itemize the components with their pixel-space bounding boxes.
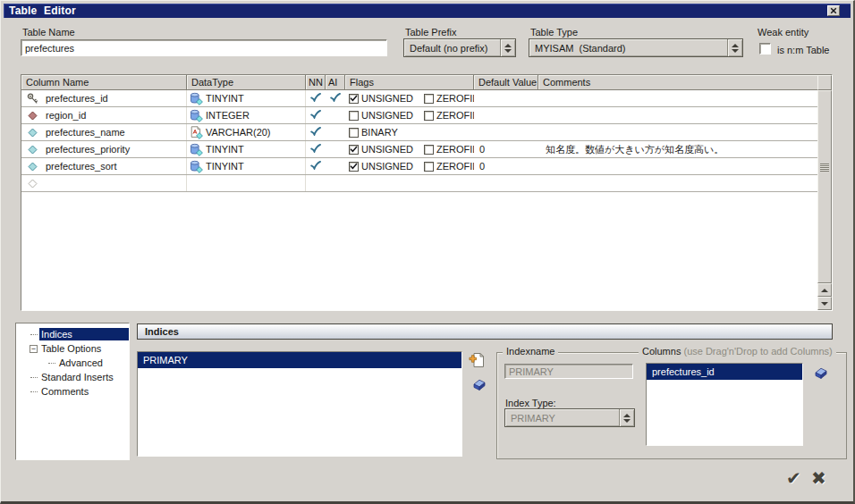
nn-cell[interactable] <box>306 158 326 174</box>
flag-label: ZEROFILL <box>436 93 474 104</box>
datatype-cell[interactable]: TINYINT <box>187 141 306 157</box>
unsigned-flag: UNSIGNED <box>349 93 424 104</box>
header-nn[interactable]: NN <box>306 75 326 90</box>
column-name-cell[interactable]: prefectures_priority <box>21 141 187 157</box>
comment-cell[interactable] <box>538 90 817 106</box>
columns-grid: Column Name DataType NN AI Flags Default… <box>21 74 833 311</box>
spinner-icon[interactable] <box>619 409 634 426</box>
column-name-cell[interactable]: prefectures_id <box>21 90 187 106</box>
delete-index-button[interactable] <box>469 375 487 393</box>
header-comments[interactable]: Comments <box>538 75 817 90</box>
table-row[interactable]: prefectures_idTINYINTUNSIGNEDZEROFILL <box>21 90 817 107</box>
tree-item-advanced[interactable]: Advanced <box>16 356 129 370</box>
datatype-cell[interactable]: INTEGER <box>187 107 306 123</box>
ai-cell[interactable] <box>326 175 345 191</box>
ai-cell[interactable] <box>326 90 345 106</box>
spinner-icon[interactable] <box>727 39 742 56</box>
is-nm-table-checkbox[interactable] <box>759 43 771 55</box>
unsigned-checkbox[interactable] <box>349 94 359 104</box>
ai-cell[interactable] <box>326 107 345 123</box>
default-value-cell[interactable]: 0 <box>474 158 538 174</box>
nn-cell[interactable] <box>306 90 326 106</box>
comment-cell[interactable] <box>538 175 817 191</box>
comment-cell[interactable] <box>538 158 817 174</box>
default-value-cell[interactable] <box>474 175 538 191</box>
comment-cell[interactable]: 知名度。数値が大きい方が知名度高い。 <box>538 141 817 157</box>
datatype-cell[interactable]: TINYINT <box>187 90 306 106</box>
index-detail-group: Indexname Columns (use Drag'n'Drop to ad… <box>496 352 847 459</box>
close-button[interactable] <box>827 5 840 16</box>
table-row[interactable]: prefectures_priorityTINYINTUNSIGNEDZEROF… <box>21 141 817 158</box>
index-type-label: Index Type: <box>505 398 556 408</box>
header-column-name[interactable]: Column Name <box>21 75 187 90</box>
cancel-button[interactable]: ✖ <box>811 469 826 487</box>
column-name-cell[interactable]: region_id <box>21 107 187 123</box>
remove-column-button[interactable] <box>810 364 828 382</box>
binary-checkbox[interactable] <box>349 128 359 138</box>
default-value-cell[interactable] <box>474 90 538 106</box>
zerofill-checkbox[interactable] <box>424 145 434 155</box>
column-name-cell[interactable]: prefectures_name <box>21 124 187 140</box>
default-value-cell[interactable] <box>474 107 538 123</box>
index-type-select[interactable]: PRIMARY <box>504 408 635 427</box>
zerofill-flag: ZEROFILL <box>424 161 474 172</box>
indexname-input[interactable] <box>504 364 633 379</box>
nn-cell[interactable] <box>306 124 326 140</box>
tree-item-comments[interactable]: Comments <box>16 384 129 399</box>
add-index-icon <box>469 352 485 368</box>
nn-cell[interactable] <box>306 107 326 123</box>
column-name-cell[interactable] <box>21 175 187 191</box>
scrollbar-grip-icon[interactable] <box>820 164 829 172</box>
eraser-icon <box>812 367 827 379</box>
confirm-button[interactable]: ✔ <box>786 469 801 487</box>
nn-cell[interactable] <box>306 141 326 157</box>
datatype-text: TINYINT <box>206 144 244 155</box>
comment-cell[interactable] <box>538 107 817 123</box>
tree-item-standard-inserts[interactable]: Standard Inserts <box>16 370 129 384</box>
nn-cell[interactable] <box>306 175 326 191</box>
header-default-value[interactable]: Default Value <box>474 75 538 90</box>
zerofill-checkbox[interactable] <box>424 111 434 121</box>
unsigned-checkbox[interactable] <box>349 111 359 121</box>
table-type-select[interactable]: MYISAM (Standard) <box>529 38 743 57</box>
table-name-input[interactable] <box>21 39 387 56</box>
column-name-text: region_id <box>46 110 86 121</box>
titlebar[interactable]: Table Editor <box>4 4 851 18</box>
scroll-down-button[interactable] <box>817 297 832 310</box>
table-row[interactable]: prefectures_sortTINYINTUNSIGNEDZEROFILL0 <box>21 158 817 175</box>
header-flags[interactable]: Flags <box>345 75 474 90</box>
default-value-cell[interactable] <box>474 124 538 140</box>
tree-item-table-options[interactable]: −Table Options <box>16 341 129 356</box>
zerofill-checkbox[interactable] <box>424 162 434 172</box>
vertical-scrollbar[interactable] <box>817 75 832 310</box>
ai-cell[interactable] <box>326 124 345 140</box>
datatype-cell[interactable]: VARCHAR(20) <box>187 124 306 140</box>
default-value-cell[interactable]: 0 <box>474 141 538 157</box>
comment-cell[interactable] <box>538 124 817 140</box>
datatype-cell[interactable]: TINYINT <box>187 158 306 174</box>
add-index-button[interactable] <box>468 351 486 369</box>
unsigned-checkbox[interactable] <box>349 145 359 155</box>
table-row[interactable]: prefectures_nameVARCHAR(20)BINARY <box>21 124 817 141</box>
spinner-icon[interactable] <box>500 39 515 56</box>
table-row[interactable] <box>21 175 817 192</box>
columns-hint: (use Drag'n'Drop to add Columns) <box>683 346 832 357</box>
column-name-cell[interactable]: prefectures_sort <box>21 158 187 174</box>
tree-item-indices[interactable]: Indices <box>16 327 129 341</box>
collapse-icon[interactable]: − <box>30 345 38 353</box>
table-row[interactable]: region_idINTEGERUNSIGNEDZEROFILL <box>21 107 817 124</box>
table-prefix-select[interactable]: Default (no prefix) <box>403 38 516 57</box>
nn-checkmark-icon <box>310 110 321 121</box>
unsigned-checkbox[interactable] <box>349 162 359 172</box>
index-item-primary[interactable]: PRIMARY <box>138 352 461 368</box>
scroll-up-button[interactable] <box>817 283 832 297</box>
ai-cell[interactable] <box>326 141 345 157</box>
scrollbar-thumb[interactable] <box>817 90 832 283</box>
header-datatype[interactable]: DataType <box>187 75 306 90</box>
header-ai[interactable]: AI <box>326 75 345 90</box>
zerofill-checkbox[interactable] <box>424 94 434 104</box>
datatype-cell[interactable] <box>187 175 306 191</box>
column-name-text: prefectures_id <box>46 93 108 104</box>
index-column-prefectures-id[interactable]: prefectures_id <box>647 364 802 380</box>
ai-cell[interactable] <box>326 158 345 174</box>
